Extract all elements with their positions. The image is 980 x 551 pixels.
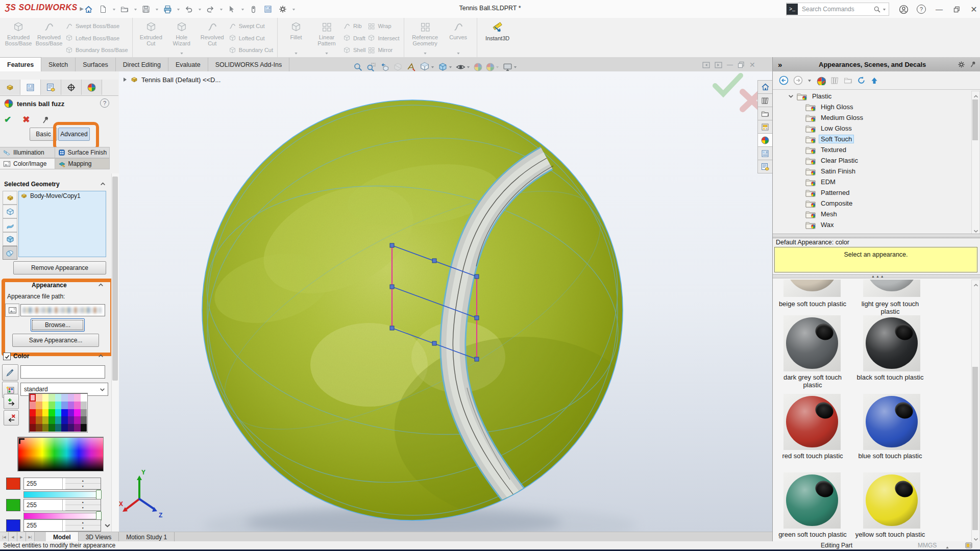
save-appearance-button[interactable]: Save Appearance... bbox=[12, 334, 99, 347]
color-checkbox[interactable] bbox=[3, 353, 11, 360]
palette-swatch[interactable] bbox=[68, 402, 74, 409]
pane-pin-icon[interactable] bbox=[969, 61, 976, 68]
display-manager-tab[interactable] bbox=[82, 80, 102, 95]
palette-swatch[interactable] bbox=[68, 394, 74, 402]
tennis-ball-model[interactable]: Y X Z bbox=[119, 71, 772, 532]
palette-swatch[interactable] bbox=[42, 416, 48, 424]
palette-swatch[interactable] bbox=[61, 424, 67, 432]
redo-dropdown-icon[interactable] bbox=[218, 7, 224, 11]
options-button[interactable] bbox=[276, 3, 289, 15]
refresh-icon[interactable] bbox=[857, 76, 866, 85]
restore-button[interactable] bbox=[949, 3, 964, 16]
status-tag-icon[interactable] bbox=[965, 541, 973, 549]
magnet-button[interactable] bbox=[247, 3, 260, 15]
design-library-tab-icon[interactable] bbox=[757, 120, 773, 134]
palette-swatch[interactable] bbox=[48, 416, 55, 424]
palette-swatch[interactable] bbox=[74, 416, 80, 424]
tree-item[interactable]: Mesh bbox=[773, 209, 971, 219]
revolved-cut-button[interactable]: Revolved Cut bbox=[198, 20, 227, 56]
palette-swatch[interactable] bbox=[42, 402, 48, 409]
tree-item[interactable]: High Gloss bbox=[773, 102, 971, 112]
pattern-dropdown-icon[interactable] bbox=[325, 49, 329, 56]
palette-swatch[interactable] bbox=[55, 394, 61, 402]
tab-3d-views[interactable]: 3D Views bbox=[79, 532, 119, 542]
geometry-list-item[interactable]: Body-Move/Copy1 bbox=[19, 191, 106, 201]
palette-swatch[interactable] bbox=[68, 409, 74, 417]
gradient-selector[interactable] bbox=[19, 438, 24, 444]
ok-icon[interactable]: ✔ bbox=[4, 114, 11, 125]
appearance-thumb-light-grey[interactable] bbox=[863, 280, 920, 297]
palette-swatch[interactable] bbox=[81, 424, 87, 432]
view-settings-icon[interactable] bbox=[503, 62, 517, 72]
sketch-visibility-icon[interactable] bbox=[406, 62, 416, 72]
palette-swatch[interactable] bbox=[81, 402, 87, 409]
section-view-icon[interactable] bbox=[393, 62, 403, 72]
doc-restore-icon[interactable] bbox=[738, 61, 745, 68]
palette-swatch[interactable] bbox=[81, 394, 87, 402]
swept-cut-button[interactable]: Swept Cut bbox=[229, 21, 273, 31]
palette-dropdown-icon[interactable] bbox=[100, 386, 105, 393]
tab-solidworks-addins[interactable]: SOLIDWORKS Add-Ins bbox=[208, 58, 290, 71]
palette-swatch[interactable] bbox=[30, 402, 36, 409]
pm-scrollbar[interactable] bbox=[111, 173, 119, 532]
tab-direct-editing[interactable]: Direct Editing bbox=[116, 58, 168, 71]
close-button[interactable]: ✕ bbox=[966, 3, 980, 16]
tree-scrollbar-thumb[interactable] bbox=[972, 99, 978, 140]
tree-item[interactable]: Satin Finish bbox=[773, 166, 971, 177]
tab-model[interactable]: Model bbox=[46, 532, 79, 542]
palette-swatch[interactable] bbox=[48, 402, 55, 409]
palette-swatch[interactable] bbox=[42, 394, 48, 402]
palette-swatch[interactable] bbox=[74, 394, 80, 402]
help-icon[interactable]: ? bbox=[913, 2, 929, 16]
filter-surface-icon[interactable] bbox=[3, 218, 17, 232]
configuration-manager-tab[interactable] bbox=[41, 80, 61, 95]
palette-swatch[interactable] bbox=[55, 416, 61, 424]
revolved-boss-base-button[interactable]: Revolved Boss/Base bbox=[35, 20, 63, 56]
tab-evaluate[interactable]: Evaluate bbox=[168, 58, 208, 71]
filter-mixed-icon[interactable] bbox=[3, 246, 17, 260]
tree-item[interactable]: Composite bbox=[773, 198, 971, 209]
remove-appearance-button[interactable]: Remove Appearance bbox=[13, 261, 106, 274]
palette-swatch[interactable] bbox=[55, 402, 61, 409]
pin-icon[interactable] bbox=[41, 116, 50, 124]
undo-button[interactable] bbox=[182, 3, 195, 15]
hide-show-items-icon[interactable] bbox=[456, 62, 470, 72]
search-commands-box[interactable]: >_ Search Commands bbox=[786, 3, 889, 16]
extruded-cut-button[interactable]: Extruded Cut bbox=[137, 20, 165, 56]
palette-swatch[interactable] bbox=[81, 409, 87, 417]
fillet-dropdown-icon[interactable] bbox=[295, 49, 298, 56]
extruded-boss-base-button[interactable]: Extruded Boss/Base bbox=[4, 20, 33, 56]
doc-minimize-icon[interactable]: — bbox=[727, 61, 733, 68]
home-button[interactable] bbox=[82, 3, 95, 15]
resources-tab-icon[interactable] bbox=[757, 93, 773, 107]
appearances-tab-icon[interactable] bbox=[757, 133, 773, 147]
delete-appearance-icon[interactable] bbox=[830, 76, 839, 85]
view-orientation-icon[interactable] bbox=[420, 62, 434, 72]
red-value-spinner[interactable]: 255▲▼ bbox=[23, 478, 101, 490]
file-explorer-tab-icon[interactable] bbox=[757, 107, 773, 120]
next-tab-button[interactable]: ▶ bbox=[17, 532, 26, 542]
tab-surface-finish[interactable]: Surface Finish bbox=[55, 147, 110, 158]
palette-swatch[interactable] bbox=[30, 409, 36, 417]
appearance-thumb-yellow[interactable] bbox=[863, 472, 920, 529]
tab-motion-study[interactable]: Motion Study 1 bbox=[119, 532, 175, 542]
eyedropper-icon[interactable] bbox=[2, 364, 18, 381]
dock-left-icon[interactable] bbox=[702, 62, 710, 68]
draft-button[interactable]: Draft bbox=[343, 33, 365, 43]
refgeo-dropdown-icon[interactable] bbox=[423, 49, 427, 56]
color-swatch-field[interactable] bbox=[20, 365, 105, 379]
tree-item[interactable]: Clear Plastic bbox=[773, 155, 971, 166]
open-folder-icon[interactable] bbox=[844, 76, 852, 85]
open-dropdown-icon[interactable] bbox=[133, 7, 138, 11]
breadcrumb-expand-icon[interactable] bbox=[123, 77, 127, 82]
selected-geometry-collapse-icon[interactable] bbox=[100, 180, 106, 187]
appearance-thumb-beige[interactable] bbox=[783, 280, 841, 297]
apply-scene-icon[interactable] bbox=[486, 63, 499, 71]
red-spin-buttons[interactable]: ▲▼ bbox=[62, 478, 101, 489]
browse-button[interactable]: Browse... bbox=[31, 318, 85, 332]
pane-options-gear-icon[interactable] bbox=[958, 61, 965, 68]
forward-icon[interactable] bbox=[793, 76, 803, 85]
palette-swatch[interactable] bbox=[30, 394, 36, 402]
account-icon[interactable] bbox=[896, 3, 911, 16]
palette-swatch[interactable] bbox=[48, 394, 55, 402]
